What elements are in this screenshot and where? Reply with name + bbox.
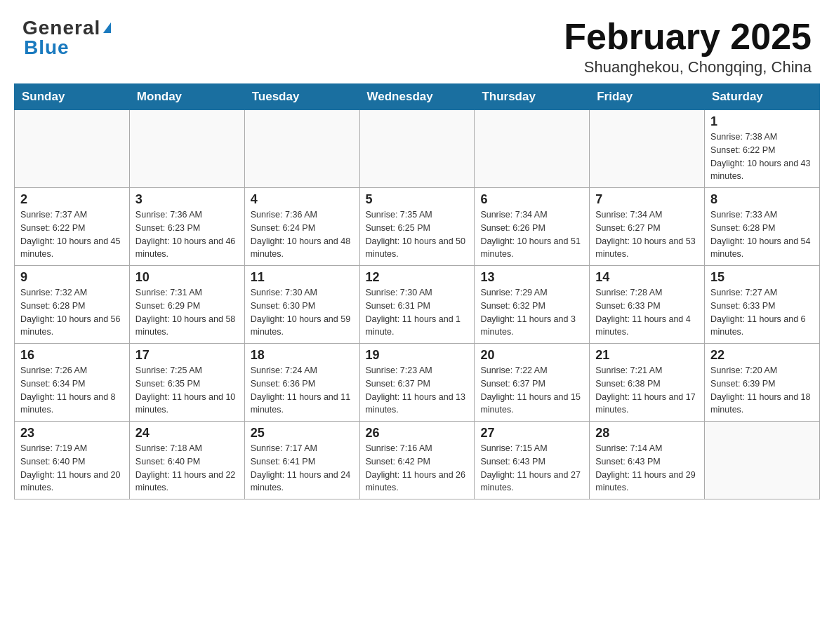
calendar-day-cell: 8Sunrise: 7:33 AMSunset: 6:28 PMDaylight…	[705, 188, 820, 266]
day-info: Sunrise: 7:17 AMSunset: 6:41 PMDaylight:…	[251, 442, 354, 495]
calendar-day-cell: 21Sunrise: 7:21 AMSunset: 6:38 PMDayligh…	[590, 344, 705, 422]
day-info: Sunrise: 7:15 AMSunset: 6:43 PMDaylight:…	[480, 442, 583, 495]
calendar-day-cell	[244, 110, 359, 188]
calendar-day-header: Tuesday	[244, 84, 359, 110]
calendar-table: SundayMondayTuesdayWednesdayThursdayFrid…	[14, 83, 820, 499]
day-number: 17	[135, 348, 239, 363]
day-info: Sunrise: 7:34 AMSunset: 6:27 PMDaylight:…	[595, 208, 699, 261]
calendar-week-row: 23Sunrise: 7:19 AMSunset: 6:40 PMDayligh…	[15, 422, 820, 499]
logo-triangle-icon	[103, 22, 111, 33]
calendar-header-row: SundayMondayTuesdayWednesdayThursdayFrid…	[15, 84, 820, 110]
calendar-week-row: 16Sunrise: 7:26 AMSunset: 6:34 PMDayligh…	[15, 344, 820, 422]
calendar-day-cell: 9Sunrise: 7:32 AMSunset: 6:28 PMDaylight…	[15, 266, 130, 344]
day-number: 28	[595, 426, 699, 441]
day-number: 8	[710, 192, 814, 207]
day-info: Sunrise: 7:30 AMSunset: 6:31 PMDaylight:…	[366, 286, 469, 339]
day-number: 13	[480, 270, 583, 285]
day-info: Sunrise: 7:19 AMSunset: 6:40 PMDaylight:…	[20, 442, 124, 495]
calendar-day-cell: 15Sunrise: 7:27 AMSunset: 6:33 PMDayligh…	[705, 266, 820, 344]
calendar-day-cell	[359, 110, 475, 188]
calendar-week-row: 1Sunrise: 7:38 AMSunset: 6:22 PMDaylight…	[15, 110, 820, 188]
calendar-title: February 2025	[564, 17, 812, 57]
logo-blue-text: Blue	[24, 36, 70, 59]
day-number: 16	[20, 348, 124, 363]
day-number: 12	[366, 270, 469, 285]
calendar-day-cell: 18Sunrise: 7:24 AMSunset: 6:36 PMDayligh…	[244, 344, 359, 422]
day-info: Sunrise: 7:26 AMSunset: 6:34 PMDaylight:…	[20, 364, 124, 417]
day-info: Sunrise: 7:16 AMSunset: 6:42 PMDaylight:…	[366, 442, 469, 495]
day-number: 15	[710, 270, 814, 285]
calendar-day-cell	[15, 110, 130, 188]
calendar-day-cell: 14Sunrise: 7:28 AMSunset: 6:33 PMDayligh…	[590, 266, 705, 344]
day-number: 24	[135, 426, 239, 441]
day-number: 3	[135, 192, 239, 207]
day-number: 27	[480, 426, 583, 441]
day-number: 21	[595, 348, 699, 363]
day-info: Sunrise: 7:33 AMSunset: 6:28 PMDaylight:…	[710, 208, 814, 261]
day-info: Sunrise: 7:23 AMSunset: 6:37 PMDaylight:…	[366, 364, 469, 417]
day-number: 23	[20, 426, 124, 441]
day-number: 9	[20, 270, 124, 285]
calendar-day-cell: 1Sunrise: 7:38 AMSunset: 6:22 PMDaylight…	[705, 110, 820, 188]
calendar-day-header: Thursday	[475, 84, 590, 110]
day-number: 10	[135, 270, 239, 285]
calendar-title-block: February 2025 Shuanghekou, Chongqing, Ch…	[564, 17, 812, 76]
day-info: Sunrise: 7:25 AMSunset: 6:35 PMDaylight:…	[135, 364, 239, 417]
calendar-day-cell: 19Sunrise: 7:23 AMSunset: 6:37 PMDayligh…	[359, 344, 475, 422]
day-info: Sunrise: 7:36 AMSunset: 6:24 PMDaylight:…	[251, 208, 354, 261]
calendar-day-cell	[475, 110, 590, 188]
day-number: 19	[366, 348, 469, 363]
logo: General Blue	[22, 17, 111, 59]
calendar-day-header: Saturday	[705, 84, 820, 110]
day-number: 14	[595, 270, 699, 285]
calendar-subtitle: Shuanghekou, Chongqing, China	[564, 58, 812, 76]
day-info: Sunrise: 7:14 AMSunset: 6:43 PMDaylight:…	[595, 442, 699, 495]
calendar-day-cell: 16Sunrise: 7:26 AMSunset: 6:34 PMDayligh…	[15, 344, 130, 422]
day-number: 11	[251, 270, 354, 285]
day-info: Sunrise: 7:22 AMSunset: 6:37 PMDaylight:…	[480, 364, 583, 417]
day-number: 22	[710, 348, 814, 363]
calendar-day-cell: 3Sunrise: 7:36 AMSunset: 6:23 PMDaylight…	[129, 188, 244, 266]
calendar-day-cell: 12Sunrise: 7:30 AMSunset: 6:31 PMDayligh…	[359, 266, 475, 344]
calendar-day-cell: 28Sunrise: 7:14 AMSunset: 6:43 PMDayligh…	[590, 422, 705, 499]
calendar-day-cell: 6Sunrise: 7:34 AMSunset: 6:26 PMDaylight…	[475, 188, 590, 266]
day-info: Sunrise: 7:20 AMSunset: 6:39 PMDaylight:…	[710, 364, 814, 417]
day-number: 25	[251, 426, 354, 441]
calendar-day-cell: 5Sunrise: 7:35 AMSunset: 6:25 PMDaylight…	[359, 188, 475, 266]
calendar-day-cell: 13Sunrise: 7:29 AMSunset: 6:32 PMDayligh…	[475, 266, 590, 344]
day-info: Sunrise: 7:27 AMSunset: 6:33 PMDaylight:…	[710, 286, 814, 339]
day-info: Sunrise: 7:36 AMSunset: 6:23 PMDaylight:…	[135, 208, 239, 261]
day-info: Sunrise: 7:31 AMSunset: 6:29 PMDaylight:…	[135, 286, 239, 339]
calendar-day-cell: 11Sunrise: 7:30 AMSunset: 6:30 PMDayligh…	[244, 266, 359, 344]
day-info: Sunrise: 7:38 AMSunset: 6:22 PMDaylight:…	[710, 130, 814, 183]
day-info: Sunrise: 7:28 AMSunset: 6:33 PMDaylight:…	[595, 286, 699, 339]
day-number: 20	[480, 348, 583, 363]
day-number: 1	[710, 114, 814, 129]
day-info: Sunrise: 7:29 AMSunset: 6:32 PMDaylight:…	[480, 286, 583, 339]
day-number: 26	[366, 426, 469, 441]
calendar-day-cell: 26Sunrise: 7:16 AMSunset: 6:42 PMDayligh…	[359, 422, 475, 499]
calendar-day-cell: 17Sunrise: 7:25 AMSunset: 6:35 PMDayligh…	[129, 344, 244, 422]
calendar-day-cell	[590, 110, 705, 188]
calendar-day-cell: 25Sunrise: 7:17 AMSunset: 6:41 PMDayligh…	[244, 422, 359, 499]
day-number: 2	[20, 192, 124, 207]
calendar-day-cell: 7Sunrise: 7:34 AMSunset: 6:27 PMDaylight…	[590, 188, 705, 266]
calendar-day-cell	[129, 110, 244, 188]
calendar-week-row: 9Sunrise: 7:32 AMSunset: 6:28 PMDaylight…	[15, 266, 820, 344]
calendar-day-header: Sunday	[15, 84, 130, 110]
day-info: Sunrise: 7:32 AMSunset: 6:28 PMDaylight:…	[20, 286, 124, 339]
calendar-day-header: Friday	[590, 84, 705, 110]
day-info: Sunrise: 7:30 AMSunset: 6:30 PMDaylight:…	[251, 286, 354, 339]
calendar-day-cell: 27Sunrise: 7:15 AMSunset: 6:43 PMDayligh…	[475, 422, 590, 499]
day-info: Sunrise: 7:24 AMSunset: 6:36 PMDaylight:…	[251, 364, 354, 417]
calendar-day-cell	[705, 422, 820, 499]
day-info: Sunrise: 7:35 AMSunset: 6:25 PMDaylight:…	[366, 208, 469, 261]
calendar-day-cell: 2Sunrise: 7:37 AMSunset: 6:22 PMDaylight…	[15, 188, 130, 266]
day-info: Sunrise: 7:18 AMSunset: 6:40 PMDaylight:…	[135, 442, 239, 495]
day-number: 6	[480, 192, 583, 207]
day-number: 4	[251, 192, 354, 207]
calendar-day-cell: 23Sunrise: 7:19 AMSunset: 6:40 PMDayligh…	[15, 422, 130, 499]
calendar-day-cell: 4Sunrise: 7:36 AMSunset: 6:24 PMDaylight…	[244, 188, 359, 266]
day-number: 5	[366, 192, 469, 207]
day-info: Sunrise: 7:34 AMSunset: 6:26 PMDaylight:…	[480, 208, 583, 261]
